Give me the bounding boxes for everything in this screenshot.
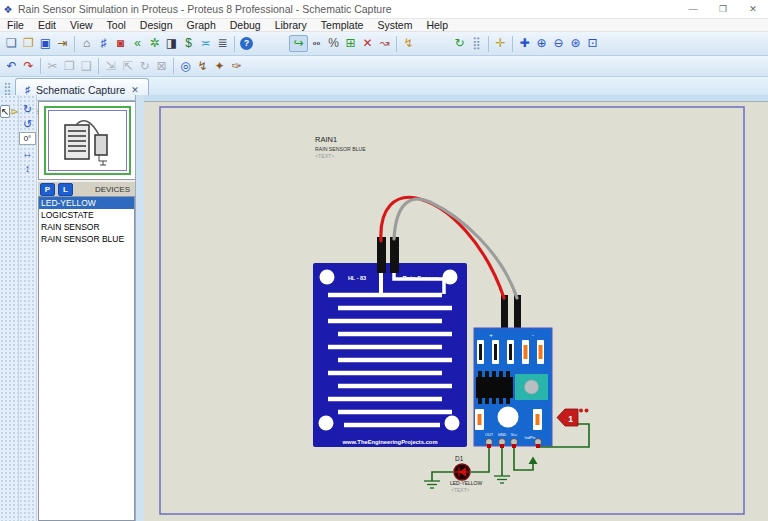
menu-library[interactable]: Library [268,19,314,31]
restore-button[interactable]: ❐ [708,1,738,18]
device-item-rain-sensor[interactable]: RAIN SENSOR [39,221,134,233]
schematic-canvas[interactable]: RAIN1 RAIN SENSOR BLUE <TEXT> [144,95,768,521]
module-gnd-label: GND [498,433,507,437]
rewind-icon[interactable]: « [129,35,146,52]
ground-symbol-left [424,481,440,488]
led-text-label: <TEXT> [451,487,470,493]
rain1-value-label: RAIN SENSOR BLUE [315,146,366,152]
search-icon[interactable]: oo [308,35,325,52]
toggle-grid-icon[interactable]: ⣿ [468,35,485,52]
decompose-icon[interactable]: ✑ [228,58,245,75]
save-project-icon[interactable]: ▣ [37,35,54,52]
rain1-labels: RAIN1 RAIN SENSOR BLUE <TEXT> [315,135,366,159]
device-item-led-yellow[interactable]: LED-YELLOW [39,197,134,209]
schematic-overview-panel[interactable] [38,101,137,180]
pcb-layout-icon[interactable]: ◙ [112,35,129,52]
menu-view[interactable]: View [63,19,100,31]
make-device-icon[interactable]: ↯ [194,58,211,75]
menu-bar: FileEditViewToolDesignGraphDebugLibraryT… [0,19,768,32]
menu-edit[interactable]: Edit [31,19,63,31]
menu-file[interactable]: File [0,19,31,31]
device-item-logicstate[interactable]: LOGICSTATE [39,209,134,221]
board-model-label: HL - 83 [348,275,366,281]
wire-autorouter-icon[interactable]: ↪ [289,35,308,52]
library-manager-button[interactable]: L [58,183,73,196]
toolbar-separator [396,36,397,52]
toolbar-separator [173,58,174,74]
design-explorer-icon[interactable]: ≣ [214,35,231,52]
led-d1[interactable] [454,464,470,480]
bill-of-materials-icon[interactable]: $ [180,35,197,52]
block-rotate-icon: ↻ [136,58,153,75]
menu-help[interactable]: Help [419,19,455,31]
schematic-drawing: RAIN1 RAIN SENSOR BLUE <TEXT> [144,95,768,521]
rotation-angle-field[interactable]: 0° [19,132,36,145]
component-mode-icon[interactable]: ⊳ [10,106,18,117]
menu-template[interactable]: Template [314,19,371,31]
zoom-all-icon[interactable]: ⊛ [567,35,584,52]
app-icon: ❖ [0,4,16,15]
import-project-icon[interactable]: ⇥ [54,35,71,52]
undo-icon[interactable]: ↶ [3,58,20,75]
module-out-label: OUT [485,433,494,437]
zoom-out-icon[interactable]: ⊖ [550,35,567,52]
power-terminal [529,457,538,465]
remove-sheet-icon[interactable]: ✕ [359,35,376,52]
new-project-icon[interactable]: ❏ [3,35,20,52]
origin-icon[interactable]: ✛ [492,35,509,52]
3d-viewer-icon[interactable]: ◨ [163,35,180,52]
goto-sheet-icon[interactable]: ↝ [376,35,393,52]
module-pin-plus [501,295,508,329]
cut-icon: ✂ [44,58,61,75]
led-value-label: LED-YELLOW [450,480,483,486]
title-bar: ❖ Rain Sensor Simulation in Proteus - Pr… [0,0,768,19]
menu-system[interactable]: System [370,19,419,31]
zoom-area-icon[interactable]: ⊡ [584,35,601,52]
menu-design[interactable]: Design [133,19,180,31]
module-minus-label: - [532,332,534,338]
help-icon[interactable]: ? [240,37,253,50]
open-project-icon[interactable]: ❐ [20,35,37,52]
led-ref-label: D1 [455,455,464,462]
mirror-horizontal-icon[interactable]: ↔ [20,146,35,160]
schematic-tab-icon: ♯ [25,84,30,95]
packaging-tool-icon[interactable]: ✦ [211,58,228,75]
menu-graph[interactable]: Graph [180,19,223,31]
device-item-rain-sensor-blue[interactable]: RAIN SENSOR BLUE [39,233,134,245]
tab-close-icon[interactable]: ✕ [131,85,139,95]
overview-viewport-frame [44,106,131,175]
zoom-in-icon[interactable]: ⊕ [533,35,550,52]
rotate-clockwise-icon[interactable]: ↻ [20,102,35,116]
home-page-icon[interactable]: ⌂ [78,35,95,52]
overview-sheet-frame [48,110,127,171]
sensor-module[interactable]: + - [474,328,552,446]
redo-icon[interactable]: ↷ [20,58,37,75]
pan-icon[interactable]: ✚ [516,35,533,52]
schematic-capture-icon[interactable]: ♯ [95,35,112,52]
pick-devices-button[interactable]: P [40,183,55,196]
devices-list: LED-YELLOWLOGICSTATERAIN SENSORRAIN SENS… [38,196,135,521]
main-region: ↖⊳✚LBL≡╫▤⊐⊸∿▭Ⓢ✐✎◒╱□◯◠∞AS✜ ↻ ↺ 0° ↔ ↕ [0,95,768,521]
mode-toolbar: ↖⊳✚LBL≡╫▤⊐⊸∿▭Ⓢ✐✎◒╱□◯◠∞AS✜ [0,95,19,521]
gerber-view-icon[interactable]: ≍ [197,35,214,52]
new-sheet-icon[interactable]: ⊞ [342,35,359,52]
close-button[interactable]: ✕ [738,1,768,18]
logicstate-value[interactable]: 1 [568,414,573,424]
block-copy-icon: ⇲ [102,58,119,75]
pick-parts-icon[interactable]: ◎ [177,58,194,75]
property-assignment-icon[interactable]: % [325,35,342,52]
minimize-button[interactable]: — [678,1,708,18]
devices-header-label: DEVICES [76,185,133,194]
rotate-anticlockwise-icon[interactable]: ↺ [20,117,35,131]
mirror-vertical-icon[interactable]: ↕ [20,161,35,175]
rain1-text-label: <TEXT> [315,153,334,159]
rain-sensor-board[interactable]: HL - 83 Rain Sensor www.TheEngineeringPr… [313,263,467,447]
menu-tool[interactable]: Tool [100,19,133,31]
paste-icon: ❑ [78,58,95,75]
selection-mode-icon[interactable]: ↖ [0,105,10,118]
redraw-icon[interactable]: ↻ [451,35,468,52]
electrical-rule-check-icon[interactable]: ↯ [400,35,417,52]
menu-debug[interactable]: Debug [223,19,268,31]
ares-icon[interactable]: ✲ [146,35,163,52]
main-toolbar: ❏❐▣⇥⌂♯◙«✲◨$≍≣?↪oo%⊞✕↝↯↻⣿✛✚⊕⊖⊛⊡ [0,32,768,56]
